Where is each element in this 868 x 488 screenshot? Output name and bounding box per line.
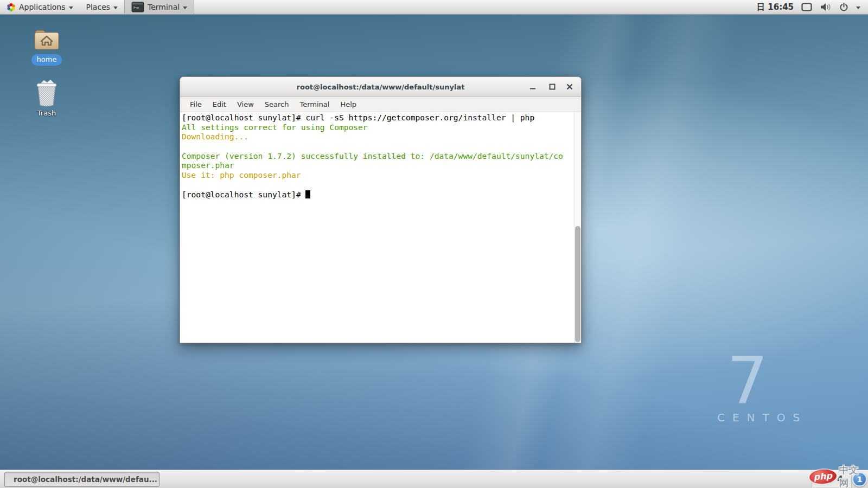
taskbar-window-label: root@localhost:/data/www/defau...	[14, 475, 157, 484]
menu-search[interactable]: Search	[259, 98, 295, 111]
desktop-icon-trash[interactable]: Trash	[21, 78, 73, 118]
chevron-down-icon	[113, 7, 118, 9]
terminal-cursor	[305, 190, 310, 198]
svg-text:>: >	[133, 5, 136, 10]
window-title: root@localhost:/data/www/default/sunylat	[297, 83, 465, 91]
minimize-button[interactable]	[526, 77, 540, 97]
places-menu-label: Places	[86, 3, 111, 11]
php-cn-logo: php 中文网	[809, 464, 868, 488]
applications-icon	[7, 3, 16, 12]
menu-terminal[interactable]: Terminal	[294, 98, 335, 111]
display-icon[interactable]	[801, 3, 812, 11]
centos-brand-watermark: CENTOS	[717, 411, 807, 424]
terminal-content-area[interactable]: [root@localhost sunylat]# curl -sS https…	[180, 112, 581, 343]
power-icon[interactable]	[839, 3, 848, 12]
terminal-line: Use it: php composer.phar	[182, 170, 573, 180]
terminal-line: All settings correct for using Composer	[182, 123, 573, 132]
trash-can-icon	[34, 78, 60, 107]
home-icon-label: home	[31, 54, 62, 66]
terminal-line	[182, 142, 573, 151]
top-panel: Applications Places > Terminal 日 16:45	[0, 0, 868, 15]
terminal-appmenu[interactable]: > Terminal	[124, 0, 194, 14]
terminal-appmenu-label: Terminal	[148, 3, 180, 11]
chevron-down-icon	[183, 7, 187, 9]
bottom-taskbar: > root@localhost:/data/www/defau... 1 / …	[0, 470, 868, 488]
desktop-icon-home[interactable]: home	[21, 27, 73, 66]
places-menu[interactable]: Places	[80, 0, 125, 14]
menu-edit[interactable]: Edit	[207, 98, 232, 111]
applications-menu[interactable]: Applications	[0, 0, 80, 14]
trash-icon-label: Trash	[37, 109, 56, 117]
terminal-line: [root@localhost sunylat]# curl -sS https…	[182, 113, 573, 123]
chevron-down-icon	[69, 7, 73, 9]
menu-help[interactable]: Help	[335, 98, 362, 111]
scrollbar-thumb[interactable]	[575, 226, 580, 342]
php-cn-text: 中文网	[839, 464, 868, 488]
terminal-line: mposer.phar	[182, 160, 573, 170]
close-icon[interactable]	[563, 77, 577, 97]
centos-7-watermark: 7	[715, 348, 780, 413]
applications-menu-label: Applications	[19, 3, 66, 11]
panel-clock[interactable]: 日 16:45	[757, 2, 794, 12]
menu-view[interactable]: View	[232, 98, 259, 111]
terminal-line: Downloading...	[182, 132, 573, 142]
maximize-button[interactable]	[545, 77, 559, 97]
chevron-down-icon[interactable]	[856, 7, 860, 9]
terminal-line	[182, 180, 573, 190]
terminal-icon: >	[131, 2, 144, 12]
terminal-line: [root@localhost sunylat]#	[182, 190, 573, 200]
taskbar-window-button[interactable]: > root@localhost:/data/www/defau...	[4, 472, 159, 487]
menu-file[interactable]: File	[184, 98, 207, 111]
volume-icon[interactable]	[820, 3, 832, 11]
terminal-window: root@localhost:/data/www/default/sunylat…	[180, 76, 582, 343]
terminal-line: Composer (version 1.7.2) successfully in…	[182, 151, 573, 161]
home-folder-icon	[33, 27, 60, 52]
terminal-output: [root@localhost sunylat]# curl -sS https…	[182, 113, 573, 199]
terminal-menubar: File Edit View Search Terminal Help	[180, 97, 581, 112]
php-logo-icon: php	[809, 468, 837, 484]
terminal-scrollbar[interactable]	[574, 112, 581, 343]
window-titlebar[interactable]: root@localhost:/data/www/default/sunylat	[180, 77, 581, 97]
